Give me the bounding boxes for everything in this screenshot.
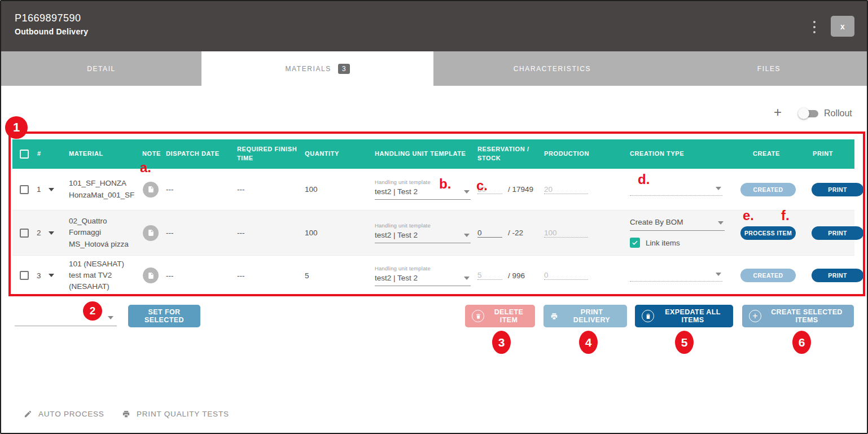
note-button[interactable]	[143, 182, 159, 198]
row-checkbox[interactable]	[20, 185, 29, 194]
pencil-icon	[24, 410, 32, 418]
annotation-marker-1: 1	[5, 116, 28, 139]
chevron-down-icon	[716, 187, 721, 190]
annotation-marker-4: 4	[579, 331, 598, 354]
col-header-material: MATERIAL	[67, 139, 140, 169]
creation-type-select[interactable]	[630, 183, 722, 196]
process-item-button[interactable]: PROCESS ITEM	[740, 226, 796, 240]
print-delivery-button[interactable]: PRINT DELIVERY	[543, 305, 627, 327]
row-checkbox[interactable]	[20, 229, 29, 238]
table-header-row: # MATERIAL NOTE DISPATCH DATE REQUIRED F…	[12, 139, 854, 169]
material-name: 101 (NESAHAT) test mat TV2 (NESAHAT)	[69, 258, 138, 293]
production-input[interactable]	[544, 229, 588, 238]
stock-value: / 996	[508, 271, 525, 280]
materials-count-badge: 3	[338, 64, 350, 74]
creation-type-select[interactable]	[630, 269, 722, 282]
note-icon	[147, 186, 155, 193]
col-header-note: NOTE	[140, 139, 164, 169]
expand-row-icon[interactable]	[49, 274, 54, 277]
stock-value: / 17949	[508, 185, 533, 194]
kebab-menu-icon[interactable]	[810, 21, 818, 33]
materials-table: # MATERIAL NOTE DISPATCH DATE REQUIRED F…	[12, 139, 854, 296]
tab-detail[interactable]: DETAIL	[1, 51, 201, 86]
quantity: 100	[303, 169, 372, 210]
link-items-checkbox[interactable]	[630, 238, 640, 248]
reservation-input[interactable]	[477, 185, 502, 194]
col-header-num: #	[33, 139, 67, 169]
note-button[interactable]	[143, 225, 159, 241]
document-number: P1669897590	[15, 12, 88, 24]
col-header-creation-type: CREATION TYPE	[625, 139, 725, 169]
chevron-down-icon	[718, 221, 724, 225]
title-block: P1669897590 Outbound Delivery	[15, 12, 88, 36]
annotation-marker-5: 5	[675, 331, 694, 354]
tab-bar: DETAIL MATERIALS 3 CHARACTERISTICS FILES	[1, 51, 867, 86]
handling-unit-template-select[interactable]: Handling unit template test2 | Test 2	[375, 265, 471, 286]
table-row: 3 101 (NESAHAT) test mat TV2 (NESAHAT) -…	[12, 256, 854, 296]
row-number: 2	[37, 229, 41, 237]
tab-characteristics[interactable]: CHARACTERISTICS	[433, 51, 671, 86]
auto-process-button[interactable]: AUTO PROCESS	[24, 410, 104, 418]
print-button[interactable]: PRINT	[812, 226, 863, 240]
dispatch-date: ---	[164, 211, 235, 255]
close-button[interactable]: x	[831, 16, 854, 37]
material-name: 02_Quattro Formaggi MS_Hotová pizza	[69, 216, 138, 250]
note-button[interactable]	[143, 268, 159, 283]
material-name: 101_SF_HONZA HonzaMat_001_SF	[69, 178, 138, 201]
print-button[interactable]: PRINT	[812, 183, 863, 196]
dispatch-date: ---	[164, 256, 235, 295]
rollout-toggle[interactable]	[798, 107, 819, 120]
quantity: 100	[303, 211, 372, 255]
page-title: Outbound Delivery	[15, 27, 88, 36]
handling-unit-template-select[interactable]: Handling unit template test2 | Test 2	[375, 222, 471, 243]
expand-row-icon[interactable]	[49, 188, 54, 191]
expedate-all-items-button[interactable]: EXPEDATE ALL ITEMS	[635, 305, 733, 327]
row-number: 1	[37, 185, 41, 194]
rollout-label: Rollout	[824, 108, 852, 119]
window-header: P1669897590 Outbound Delivery x	[1, 1, 867, 51]
created-button[interactable]: CREATED	[740, 269, 796, 282]
plus-icon: +	[749, 310, 761, 322]
annotation-marker-3: 3	[492, 331, 511, 354]
table-row: 2 02_Quattro Formaggi MS_Hotová pizza --…	[12, 211, 854, 256]
col-header-production: PRODUCTION	[542, 139, 625, 169]
add-item-button[interactable]: +	[770, 105, 785, 120]
table-row: 1 101_SF_HONZA HonzaMat_001_SF --- --- 1…	[12, 169, 854, 211]
trash-icon	[472, 310, 484, 322]
bulk-action-select[interactable]	[15, 306, 117, 326]
select-all-checkbox[interactable]	[20, 150, 29, 159]
note-icon	[147, 272, 155, 279]
chevron-down-icon	[716, 273, 721, 276]
col-header-print: PRINT	[798, 139, 866, 169]
note-icon	[147, 229, 155, 236]
col-header-quantity: QUANTITY	[303, 139, 372, 169]
created-button[interactable]: CREATED	[740, 183, 796, 196]
printer-icon	[122, 410, 130, 418]
col-header-required-finish-time: REQUIRED FINISH TIME	[235, 139, 303, 169]
production-input[interactable]	[544, 185, 588, 194]
quantity: 5	[303, 256, 372, 295]
expand-row-icon[interactable]	[49, 231, 54, 235]
production-input[interactable]	[544, 271, 588, 280]
annotation-marker-6: 6	[792, 331, 811, 354]
chevron-down-icon	[464, 190, 470, 194]
creation-type-select[interactable]: Create By BOM	[630, 218, 725, 231]
required-finish-time: ---	[235, 211, 303, 255]
reservation-input[interactable]	[477, 229, 502, 238]
link-items-label: Link items	[646, 239, 680, 247]
print-quality-tests-button[interactable]: PRINT QUALITY TESTS	[122, 410, 229, 418]
set-for-selected-button[interactable]: SET FOR SELECTED	[128, 305, 200, 327]
col-header-handling-unit-template: HANDLING UNIT TEMPLATE	[372, 139, 475, 169]
create-selected-items-button[interactable]: + CREATE SELECTED ITEMS	[742, 305, 854, 327]
tab-materials[interactable]: MATERIALS 3	[201, 51, 433, 86]
row-checkbox[interactable]	[20, 271, 29, 280]
dispatch-date: ---	[164, 169, 235, 210]
handling-unit-template-select[interactable]: Handling unit template test2 | Test 2	[375, 179, 471, 200]
print-button[interactable]: PRINT	[812, 269, 863, 282]
delete-item-button[interactable]: DELETE ITEM	[465, 305, 535, 327]
reservation-input[interactable]	[477, 271, 502, 280]
printer-icon	[550, 312, 558, 321]
col-header-create: CREATE	[725, 139, 798, 169]
required-finish-time: ---	[235, 256, 303, 295]
tab-files[interactable]: FILES	[671, 51, 867, 86]
